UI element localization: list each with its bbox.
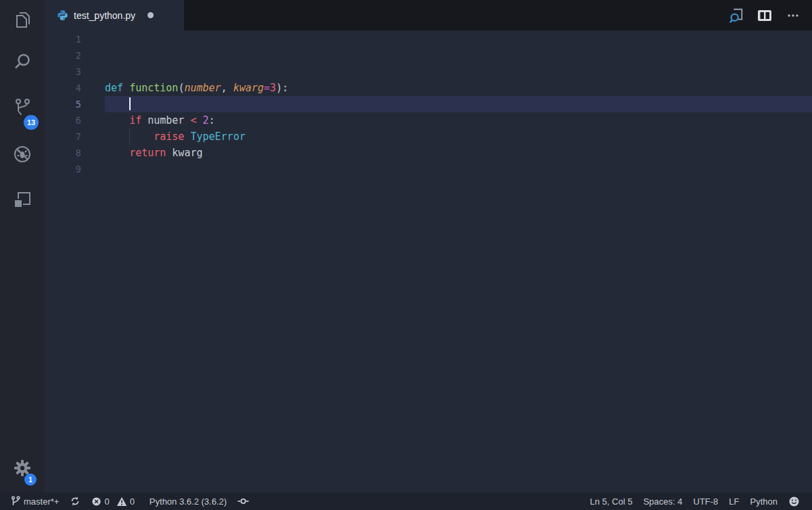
sidebar-item-extensions[interactable]	[0, 177, 45, 223]
tab-label: test_python.py	[74, 10, 135, 21]
tab-test-python[interactable]: test_python.py	[45, 0, 184, 30]
language-mode-label: Python	[750, 496, 777, 507]
indentation-item[interactable]: Spaces: 4	[638, 492, 688, 510]
code-text	[105, 31, 812, 47]
code-text: def function(number, kwarg=3):	[105, 80, 812, 96]
code-text	[105, 96, 812, 112]
git-branch-label: master*+	[24, 496, 59, 507]
line-number: 3	[45, 64, 81, 80]
line-number: 8	[45, 145, 81, 161]
code-text	[105, 47, 812, 64]
status-bar-right: Ln 5, Col 5 Spaces: 4 UTF-8 LF Python	[585, 492, 805, 510]
git-branch-icon	[11, 496, 20, 507]
open-preview-icon[interactable]	[725, 5, 747, 26]
error-count: 0	[104, 496, 109, 507]
extensions-icon	[11, 189, 34, 212]
code-line-3[interactable]: 3	[45, 64, 812, 80]
indentation-label: Spaces: 4	[644, 496, 683, 507]
search-icon	[11, 51, 34, 74]
code-line-8[interactable]: 8 return kwarg	[45, 145, 812, 161]
source-control-badge: 13	[24, 115, 39, 130]
code-text	[105, 161, 812, 177]
tab-bar: test_python.py	[45, 0, 812, 30]
status-bar: master*+ 0 0 Pyth	[0, 492, 812, 510]
more-actions-icon[interactable]	[782, 5, 804, 26]
code-editor[interactable]: 1234def function(number, kwarg=3):56 if …	[45, 30, 812, 492]
line-number: 9	[45, 161, 81, 177]
line-number: 6	[45, 112, 81, 129]
problems-item[interactable]: 0 0	[86, 492, 143, 510]
target-item[interactable]	[232, 492, 254, 510]
editor-actions	[725, 0, 812, 30]
sync-button[interactable]	[64, 492, 86, 510]
sidebar-item-debug[interactable]	[0, 131, 45, 177]
editor-group: test_python.py	[45, 0, 812, 492]
cursor-position-label: Ln 5, Col 5	[590, 496, 633, 507]
sync-icon	[70, 496, 81, 507]
python-icon	[57, 9, 68, 21]
code-text: if number < 2:	[105, 112, 812, 129]
activity-bar: 13	[0, 0, 45, 492]
explorer-icon	[11, 8, 34, 31]
warning-count: 0	[130, 496, 135, 507]
sidebar-item-settings[interactable]: 1	[0, 450, 45, 486]
target-icon	[238, 496, 249, 507]
code-line-6[interactable]: 6 if number < 2:	[45, 112, 812, 129]
error-icon	[91, 496, 102, 507]
line-number: 4	[45, 80, 81, 96]
modified-dot-icon	[148, 12, 154, 18]
line-number: 1	[45, 31, 81, 47]
code-text: return kwarg	[105, 145, 812, 161]
python-interpreter-item[interactable]: Python 3.6.2 (3.6.2)	[144, 492, 232, 510]
text-cursor	[129, 97, 131, 110]
git-branch-item[interactable]: master*+	[5, 492, 64, 510]
python-version-label: Python 3.6.2 (3.6.2)	[150, 496, 227, 507]
debug-icon	[11, 143, 34, 166]
encoding-item[interactable]: UTF-8	[688, 492, 724, 510]
code-line-7[interactable]: 7 raise TypeError	[45, 129, 812, 145]
warning-icon	[116, 496, 127, 507]
workbench: 13	[0, 0, 812, 492]
eol-item[interactable]: LF	[723, 492, 744, 510]
code-lines: 1234def function(number, kwarg=3):56 if …	[45, 31, 812, 177]
encoding-label: UTF-8	[694, 496, 719, 507]
feedback-item[interactable]	[783, 492, 805, 510]
language-mode-item[interactable]: Python	[745, 492, 783, 510]
sidebar-item-search[interactable]	[0, 39, 45, 85]
code-line-1[interactable]: 1	[45, 31, 812, 47]
code-text	[105, 64, 812, 80]
sidebar-item-explorer[interactable]	[0, 0, 45, 39]
code-line-4[interactable]: 4def function(number, kwarg=3):	[45, 80, 812, 96]
line-number: 7	[45, 129, 81, 145]
indent-guide	[129, 129, 130, 145]
code-line-5[interactable]: 5	[45, 96, 812, 112]
code-text: raise TypeError	[105, 129, 812, 145]
sidebar-item-source-control[interactable]: 13	[0, 85, 45, 131]
code-line-2[interactable]: 2	[45, 47, 812, 64]
settings-badge: 1	[24, 473, 37, 486]
line-number: 5	[45, 96, 81, 112]
code-line-9[interactable]: 9	[45, 161, 812, 177]
line-number: 2	[45, 47, 81, 64]
eol-label: LF	[729, 496, 739, 507]
smiley-icon	[788, 496, 800, 507]
split-editor-icon[interactable]	[754, 5, 775, 26]
cursor-position-item[interactable]: Ln 5, Col 5	[585, 492, 638, 510]
